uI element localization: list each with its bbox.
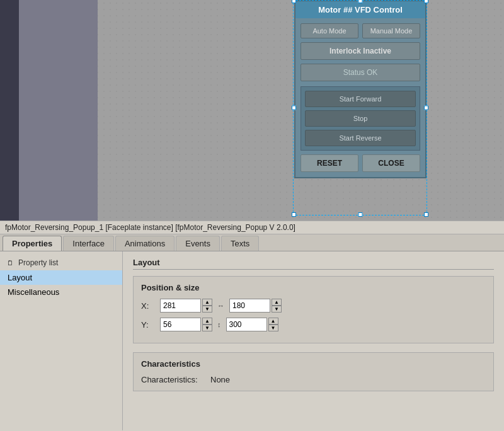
handle-bottom-center[interactable] [358,212,362,217]
char-row: Characteristics: None [141,375,486,384]
status-text: fpMotor_Reversing_Popup_1 [Faceplate ins… [5,223,295,232]
height-spin-up[interactable]: ▲ [268,318,278,325]
left-gray-panel [19,0,98,221]
characteristics-section: Characteristics Characteristics: None [133,352,494,391]
stop-button[interactable]: Stop [305,110,416,127]
sidebar-header-label: Property list [18,258,58,267]
interlock-inactive-button[interactable]: Interlock Inactive [301,42,420,60]
vfd-bottom-row: RESET CLOSE [301,154,420,172]
close-button[interactable]: CLOSE [362,154,420,172]
left-dark-panel [0,0,19,221]
width-spin-up[interactable]: ▲ [272,299,282,306]
x-spinner: ▲ ▼ [202,299,212,313]
x-field-row: X: ▲ ▼ ↔ ▲ ▼ [141,299,486,313]
vfd-title: Motor ## VFD Control [295,1,425,18]
height-input[interactable] [226,318,267,331]
x-input[interactable] [160,299,201,313]
y-label: Y: [141,320,160,330]
characteristics-title: Characteristics [141,359,486,369]
status-bar: fpMotor_Reversing_Popup_1 [Faceplate ins… [0,221,504,234]
manual-mode-button[interactable]: Manual Mode [362,23,420,38]
x-spin-down[interactable]: ▼ [202,306,212,313]
left-panel [0,0,98,221]
vfd-popup: Motor ## VFD Control Auto Mode Manual Mo… [294,0,427,178]
left-sidebar: 🗒 Property list Layout Miscellaneous [0,251,123,430]
handle-bottom-left[interactable] [292,212,296,217]
sidebar-item-miscellaneous[interactable]: Miscellaneous [0,285,122,299]
width-spinner: ▲ ▼ [272,299,282,313]
layout-section-title: Layout [133,258,494,270]
vfd-mode-row: Auto Mode Manual Mode [301,23,420,38]
tab-events[interactable]: Events [176,236,220,251]
status-ok-button[interactable]: Status OK [301,64,420,81]
width-input[interactable] [229,299,270,313]
start-reverse-button[interactable]: Start Reverse [305,130,416,146]
y-field-row: Y: ▲ ▼ ↕ ▲ ▼ [141,318,486,331]
bottom-content: 🗒 Property list Layout Miscellaneous Lay… [0,251,504,430]
canvas-area: Motor ## VFD Control Auto Mode Manual Mo… [0,0,504,221]
tab-animations[interactable]: Animations [115,236,175,251]
reset-button[interactable]: RESET [301,154,358,172]
start-forward-button[interactable]: Start Forward [305,91,416,107]
x-label: X: [141,301,160,311]
tab-interface[interactable]: Interface [63,236,114,251]
y-spin-down[interactable]: ▼ [202,325,212,331]
tab-texts[interactable]: Texts [221,236,259,251]
position-size-title: Position & size [141,283,486,292]
y-spin-up[interactable]: ▲ [202,318,212,325]
handle-bottom-right[interactable] [424,212,428,217]
tabs-bar: Properties Interface Animations Events T… [0,234,504,251]
width-spin-down[interactable]: ▼ [272,306,282,313]
width-icon: ↔ [217,302,224,309]
sidebar-header: 🗒 Property list [0,255,122,270]
y-spinner: ▲ ▼ [202,318,212,331]
bottom-panel: Properties Interface Animations Events T… [0,234,504,431]
position-size-box: Position & size X: ▲ ▼ ↔ ▲ ▼ [133,276,494,343]
vfd-body: Auto Mode Manual Mode Interlock Inactive… [295,18,425,177]
char-value: None [210,375,230,384]
vfd-control-section: Start Forward Stop Start Reverse [301,86,420,151]
main-content: Layout Position & size X: ▲ ▼ ↔ ▲ ▼ [123,251,504,430]
sidebar-item-layout[interactable]: Layout [0,270,122,285]
y-input[interactable] [160,318,201,331]
tab-properties[interactable]: Properties [3,236,62,251]
height-spinner: ▲ ▼ [268,318,278,331]
height-spin-down[interactable]: ▼ [268,325,278,331]
height-icon: ↕ [217,321,221,328]
char-label: Characteristics: [141,375,210,384]
auto-mode-button[interactable]: Auto Mode [301,23,358,38]
x-spin-up[interactable]: ▲ [202,299,212,306]
property-list-icon: 🗒 [5,258,15,268]
